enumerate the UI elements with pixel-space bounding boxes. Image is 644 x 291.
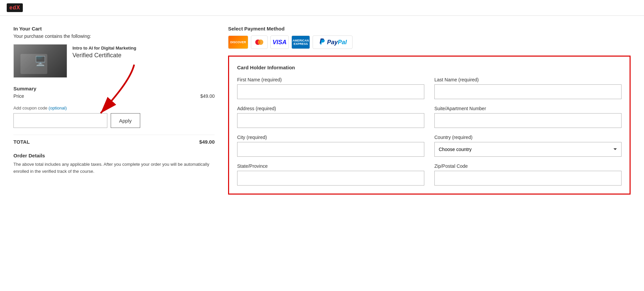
- zip-input[interactable]: [434, 171, 622, 186]
- order-details-text: The above total includes any applicable …: [13, 161, 215, 175]
- first-name-input[interactable]: [237, 84, 424, 99]
- cart-title: In Your Cart: [13, 26, 215, 31]
- coupon-label: Add coupon code (optional): [13, 105, 215, 111]
- logo-x: X: [16, 5, 20, 10]
- summary-title: Summary: [13, 86, 215, 91]
- country-select[interactable]: Choose country United States United King…: [434, 142, 622, 157]
- order-details-title: Order Details: [13, 153, 215, 158]
- suite-input[interactable]: [434, 113, 622, 128]
- mastercard-svg: [254, 38, 265, 47]
- suite-label: Suite/Apartment Number: [434, 106, 622, 111]
- zip-label: Zip/Postal Code: [434, 163, 622, 169]
- payment-title: Select Payment Method: [228, 26, 631, 31]
- state-input[interactable]: [237, 171, 424, 186]
- card-info-box: Card Holder Information First Name (requ…: [228, 56, 631, 195]
- logo-text: ed: [9, 5, 16, 10]
- price-value: $49.00: [200, 93, 215, 99]
- price-label: Price: [13, 93, 24, 99]
- course-name: Intro to AI for Digital Marketing: [72, 46, 136, 51]
- card-info-form: First Name (required) Last Name (require…: [237, 77, 622, 186]
- total-row: TOTAL $49.00: [13, 135, 215, 145]
- country-field: Country (required) Choose country United…: [434, 135, 622, 157]
- paypal-icon[interactable]: PayPal: [313, 35, 353, 49]
- course-info: Intro to AI for Digital Marketing Verifi…: [72, 44, 136, 59]
- address-input[interactable]: [237, 113, 424, 128]
- order-details: Order Details The above total includes a…: [13, 153, 215, 175]
- right-column: Select Payment Method DISCOVER VISA: [228, 26, 631, 195]
- header: edX: [0, 0, 644, 16]
- course-type: Verified Certificate: [72, 52, 136, 59]
- last-name-label: Last Name (required): [434, 77, 622, 82]
- country-label: Country (required): [434, 135, 622, 140]
- coupon-optional-link[interactable]: (optional): [49, 105, 67, 111]
- apply-button[interactable]: Apply: [111, 113, 140, 128]
- price-row: Price $49.00: [13, 93, 215, 99]
- summary-section: Summary Price $49.00: [13, 86, 215, 99]
- course-thumbnail: [13, 44, 67, 78]
- main-content: In Your Cart Your purchase contains the …: [0, 16, 644, 205]
- logo[interactable]: edX: [7, 3, 23, 12]
- zip-field: Zip/Postal Code: [434, 163, 622, 186]
- first-name-field: First Name (required): [237, 77, 424, 99]
- city-label: City (required): [237, 135, 424, 140]
- address-field: Address (required): [237, 106, 424, 128]
- paypal-logo-icon: [318, 38, 325, 46]
- last-name-field: Last Name (required): [434, 77, 622, 99]
- state-label: State/Province: [237, 163, 424, 169]
- total-label: TOTAL: [13, 139, 30, 145]
- left-column: In Your Cart Your purchase contains the …: [13, 26, 215, 195]
- cart-subtitle: Your purchase contains the following:: [13, 33, 215, 39]
- address-label: Address (required): [237, 106, 424, 111]
- discover-card-icon[interactable]: DISCOVER: [228, 35, 248, 49]
- coupon-row: Apply: [13, 113, 215, 128]
- suite-field: Suite/Apartment Number: [434, 106, 622, 128]
- city-field: City (required): [237, 135, 424, 157]
- last-name-input[interactable]: [434, 84, 622, 99]
- payment-methods: DISCOVER VISA AMERICAN EXPRESS: [228, 35, 631, 49]
- total-value: $49.00: [199, 139, 215, 145]
- mastercard-icon[interactable]: [251, 35, 268, 49]
- state-field: State/Province: [237, 163, 424, 186]
- visa-icon[interactable]: VISA: [270, 35, 289, 49]
- coupon-input[interactable]: [13, 113, 107, 128]
- first-name-label: First Name (required): [237, 77, 424, 82]
- payment-section: Select Payment Method DISCOVER VISA: [228, 26, 631, 49]
- city-input[interactable]: [237, 142, 424, 157]
- amex-icon[interactable]: AMERICAN EXPRESS: [291, 35, 310, 49]
- card-info-title: Card Holder Information: [237, 65, 622, 70]
- cart-item: Intro to AI for Digital Marketing Verifi…: [13, 44, 215, 78]
